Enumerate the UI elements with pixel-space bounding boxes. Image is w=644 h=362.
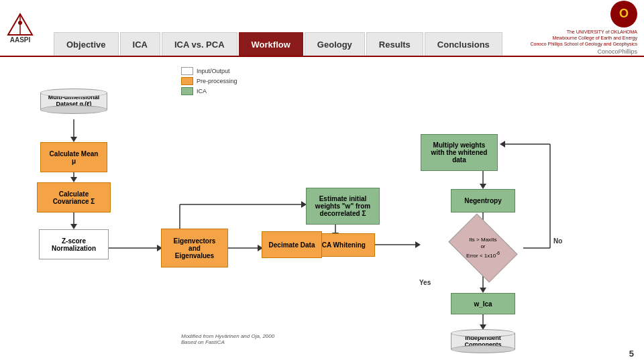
w-ica-box: w_Ica (451, 293, 515, 314)
legend-label-io: Input/Output (197, 68, 230, 74)
tab-ica-vs-pca[interactable]: ICA vs. PCA (162, 32, 237, 56)
svg-text:Yes: Yes (419, 279, 431, 286)
w-ica-label: w_Ica (474, 300, 492, 308)
eigenvectors-box: EigenvectorsandEigenvalues (161, 229, 228, 267)
caption-line2: Based on FastICA (181, 339, 274, 345)
legend-input-output: Input/Output (181, 67, 237, 75)
zscore-box: Z-scoreNormalization (39, 229, 109, 259)
main-content: No Yes Input/Output Pre-processing ICA M… (0, 57, 644, 362)
aaspi-label: AASPI (10, 36, 31, 44)
legend-box-io (181, 67, 193, 75)
aaspi-logo: AASPI (7, 13, 34, 44)
estimate-weights-label: Estimate initialweights "w" fromdecorrel… (315, 195, 370, 217)
svg-marker-24 (480, 184, 486, 189)
zscore-label: Z-scoreNormalization (52, 237, 96, 252)
multiply-weights-label: Multiply weightswith the whiteneddata (431, 141, 488, 164)
legend-ica: ICA (181, 87, 237, 95)
ou-letter: O (619, 7, 629, 21)
decision-diamond: Its > MaxItsorError < 1x10-6 (454, 228, 512, 268)
calc-mean-box: Calculate Meanμ (40, 142, 107, 172)
eigenvectors-label: EigenvectorsandEigenvalues (174, 237, 216, 259)
ou-circle: O (610, 1, 637, 27)
calc-cov-label: CalculateCovariance Σ (53, 190, 95, 205)
logo-area: AASPI (0, 0, 54, 56)
tab-ica[interactable]: ICA (120, 32, 160, 56)
tab-objective[interactable]: Objective (54, 32, 119, 56)
legend-preprocessing: Pre-processing (181, 77, 237, 85)
svg-marker-5 (70, 137, 77, 142)
caption: Modified from Hyvärinen and Oja, 2000 Ba… (181, 333, 274, 345)
svg-marker-32 (480, 288, 486, 293)
university-text: The UNIVERSITY of OKLAHOMA Mewbourne Col… (530, 29, 637, 47)
sponsor-text: ConocoPhillips (597, 48, 637, 55)
tab-results[interactable]: Results (366, 32, 423, 56)
decimate-label: Decimate Data (269, 241, 315, 249)
svg-marker-30 (500, 141, 505, 147)
header-right: O The UNIVERSITY of OKLAHOMA Mewbourne C… (523, 0, 644, 56)
calc-cov-box: CalculateCovariance Σ (37, 182, 111, 213)
tab-conclusions[interactable]: Conclusions (425, 32, 502, 56)
legend: Input/Output Pre-processing ICA (181, 67, 237, 97)
estimate-weights-box: Estimate initialweights "w" fromdecorrel… (306, 188, 380, 225)
svg-marker-7 (70, 177, 77, 182)
legend-label-pre: Pre-processing (197, 78, 237, 84)
svg-point-3 (18, 21, 22, 25)
pca-whitening-label: PCA Whitening (317, 241, 366, 249)
legend-box-pre (181, 77, 193, 85)
legend-label-ica: ICA (197, 88, 207, 95)
dataset-box: Multi-dimensionalDataset αj(ℓ) (40, 84, 107, 119)
legend-box-ica (181, 87, 193, 95)
logo-icon (7, 13, 34, 36)
page-number: 5 (629, 349, 634, 359)
caption-line1: Modified from Hyvärinen and Oja, 2000 (181, 333, 274, 339)
negentropy-box: Negentropy (451, 189, 515, 213)
svg-marker-22 (415, 241, 421, 248)
multiply-weights-box: Multiply weightswith the whiteneddata (421, 134, 498, 171)
decimate-box: Decimate Data (262, 231, 322, 258)
tab-workflow[interactable]: Workflow (239, 32, 303, 56)
negentropy-label: Negentropy (464, 197, 502, 204)
nav-tabs: Objective ICA ICA vs. PCA Workflow Geolo… (54, 0, 523, 56)
svg-text:No: No (553, 237, 562, 245)
diamond-label: Its > MaxItsorError < 1x10-6 (466, 237, 500, 259)
header: AASPI Objective ICA ICA vs. PCA Workflow… (0, 0, 644, 57)
tab-geology[interactable]: Geology (305, 32, 365, 56)
svg-marker-9 (70, 224, 77, 229)
ou-logo: O The UNIVERSITY of OKLAHOMA Mewbourne C… (530, 1, 637, 55)
calc-mean-label: Calculate Meanμ (50, 150, 99, 165)
independent-components-box: IndependentComponents (451, 325, 515, 357)
